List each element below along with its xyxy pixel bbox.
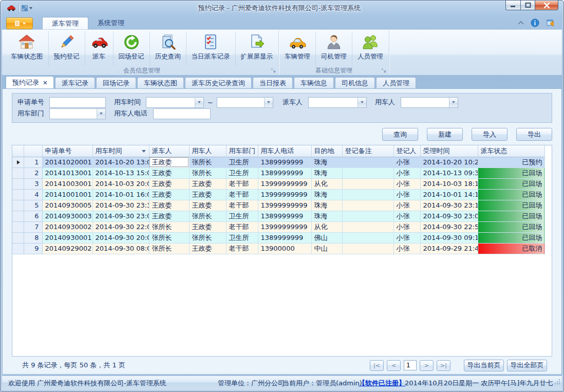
- search-combo-use-time-to[interactable]: [217, 97, 273, 108]
- grid-header-use-dept[interactable]: 用车部门: [226, 145, 258, 157]
- ribbon-button-reservation-register[interactable]: 预约登记: [48, 31, 85, 66]
- row-indicator-cell[interactable]: [12, 167, 24, 178]
- doc-tab-return-records[interactable]: 回场记录: [96, 77, 136, 88]
- doc-tab-vehicle-status-map[interactable]: 车辆状态图: [137, 77, 184, 88]
- grid-cell-registrant[interactable]: 小张: [393, 243, 420, 254]
- grid-cell-use-dept[interactable]: 卫生所: [226, 167, 258, 178]
- grid-cell-use-time[interactable]: 2014-10-01 16:00: [92, 189, 149, 200]
- grid-cell-dispatch-status[interactable]: 已回场: [478, 221, 544, 232]
- grid-cell-destination[interactable]: 珠海: [311, 200, 342, 211]
- next-page-button[interactable]: >: [420, 360, 434, 371]
- row-indicator-cell[interactable]: [12, 221, 24, 232]
- grid-cell-use-dept[interactable]: 老干部: [226, 178, 258, 189]
- grid-cell-destination[interactable]: 从化: [311, 178, 342, 189]
- grid-cell-user-phone[interactable]: 13999999999: [258, 178, 311, 189]
- grid-cell-registrant[interactable]: 小张: [393, 167, 420, 178]
- ribbon-tab-system-management[interactable]: 系统管理: [88, 17, 134, 29]
- doc-tab-dispatch-history-query[interactable]: 派车历史记录查询: [185, 77, 252, 88]
- grid-cell-user-phone[interactable]: 1389999999: [258, 157, 311, 167]
- dialog-launcher-icon[interactable]: [271, 68, 276, 73]
- search-input-user-phone[interactable]: [153, 108, 211, 119]
- grid-cell-register-note[interactable]: [342, 189, 393, 200]
- grid-cell-dispatcher[interactable]: 王政委: [149, 178, 189, 189]
- search-combo-input-use-dept[interactable]: [50, 109, 97, 119]
- grid-cell-dispatch-status[interactable]: 已预约: [478, 157, 544, 167]
- search-input-request-no[interactable]: [49, 97, 106, 108]
- grid-cell-use-time[interactable]: 2014-09-30 23:00: [92, 211, 149, 221]
- grid-cell-dispatcher[interactable]: 王政委: [149, 167, 189, 178]
- grid-header-destination[interactable]: 目的地: [311, 145, 342, 157]
- grid-cell-use-dept[interactable]: 老干部: [226, 200, 258, 211]
- grid-header-accept-time[interactable]: 受理时间: [420, 145, 478, 157]
- ribbon-button-return-register[interactable]: 回场登记: [113, 31, 149, 66]
- grid-cell-dispatch-status[interactable]: 已回场: [478, 211, 544, 221]
- close-button[interactable]: [535, 1, 558, 10]
- row-number-cell[interactable]: 3: [24, 178, 42, 189]
- row-indicator-cell[interactable]: [12, 243, 24, 254]
- resize-grip[interactable]: [554, 379, 560, 388]
- row-indicator-cell[interactable]: [12, 189, 24, 200]
- grid-cell-destination[interactable]: 珠海: [311, 211, 342, 221]
- grid-cell-use-dept[interactable]: 卫生所: [226, 157, 258, 167]
- skin-icon[interactable]: [546, 18, 555, 27]
- collapse-ribbon-icon[interactable]: [518, 21, 524, 25]
- grid-cell-user[interactable]: 张所长: [189, 167, 226, 178]
- grid-cell-accept-time[interactable]: 2014-09-30 23:05: [420, 211, 478, 221]
- grid-cell-registrant[interactable]: 小张: [393, 200, 420, 211]
- grid-cell-dispatch-status[interactable]: 已回场: [478, 167, 544, 178]
- grid-cell-register-note[interactable]: [342, 178, 393, 189]
- ribbon-button-history-query[interactable]: 历史查询: [149, 31, 186, 66]
- grid-cell-user[interactable]: 王政委: [189, 189, 226, 200]
- row-number-cell[interactable]: 1: [24, 157, 42, 167]
- grid-cell-registrant[interactable]: 小张: [393, 221, 420, 232]
- combo-dropdown-button[interactable]: [264, 98, 273, 107]
- maximize-button[interactable]: [521, 1, 535, 10]
- prev-page-button[interactable]: <: [387, 360, 401, 371]
- grid-cell-dispatch-status[interactable]: 已回场: [478, 232, 544, 243]
- grid-cell-user-phone[interactable]: 1389999999: [258, 232, 311, 243]
- grid-cell-use-dept[interactable]: 老干部: [226, 189, 258, 200]
- grid-cell-dispatch-status[interactable]: 已回场: [478, 189, 544, 200]
- grid-cell-request-no[interactable]: 20141020001: [42, 157, 92, 167]
- grid-cell-use-dept[interactable]: 卫生所: [226, 232, 258, 243]
- search-combo-use-time-from[interactable]: [146, 97, 204, 108]
- grid-cell-request-no[interactable]: 20141003001: [42, 178, 92, 189]
- export-all-pages-button[interactable]: 导出全部页: [507, 360, 547, 371]
- grid-cell-registrant[interactable]: 小张: [393, 157, 420, 167]
- grid-cell-user[interactable]: 张所长: [189, 232, 226, 243]
- ribbon-button-today-dispatch-records[interactable]: 当日派车记录: [186, 31, 235, 66]
- ribbon-button-extended-screen[interactable]: 扩展屏显示: [235, 31, 278, 66]
- grid-header-request-no[interactable]: 申请单号: [42, 145, 92, 157]
- grid-header-user-phone[interactable]: 用车人电话: [258, 145, 311, 157]
- grid-cell-registrant[interactable]: 小张: [393, 211, 420, 221]
- grid-cell-dispatch-status[interactable]: 已回场: [478, 200, 544, 211]
- grid-cell-user-phone[interactable]: 1389999999: [258, 211, 311, 221]
- search-combo-input-dispatcher[interactable]: [309, 98, 358, 107]
- grid-cell-destination[interactable]: 佛山: [311, 232, 342, 243]
- grid-cell-dispatcher[interactable]: 王政委: [149, 189, 189, 200]
- row-indicator-cell[interactable]: [12, 232, 24, 243]
- search-combo-input-use-time-from[interactable]: [146, 98, 195, 107]
- import-button[interactable]: 导入: [472, 128, 507, 141]
- doc-tab-personnel-management[interactable]: 人员管理: [376, 77, 416, 88]
- grid-cell-register-note[interactable]: [342, 221, 393, 232]
- grid-cell-user-phone[interactable]: 13900000: [258, 243, 311, 254]
- grid-header-registrant[interactable]: 登记人: [393, 145, 420, 157]
- grid-header-dispatcher[interactable]: 派车人: [149, 145, 189, 157]
- grid-cell-user-phone[interactable]: 13999999999: [258, 221, 311, 232]
- grid-cell-dispatcher[interactable]: 王政委: [149, 211, 189, 221]
- grid-cell-request-no[interactable]: 20140930003: [42, 211, 92, 221]
- grid-cell-accept-time[interactable]: 2014-09-30 23:14: [420, 200, 478, 211]
- search-combo-user[interactable]: [401, 97, 458, 108]
- grid-cell-destination[interactable]: 珠海: [311, 167, 342, 178]
- grid-cell-register-note[interactable]: [342, 232, 393, 243]
- row-number-cell[interactable]: 7: [24, 221, 42, 232]
- grid-cell-accept-time[interactable]: 2014-09-30 09:17: [420, 232, 478, 243]
- doc-tab-dispatch-records[interactable]: 派车记录: [55, 77, 95, 88]
- search-combo-use-dept[interactable]: [49, 108, 106, 119]
- grid-cell-use-time[interactable]: 2014-09-30 23:30: [92, 200, 149, 211]
- grid-cell-request-no[interactable]: 20140930002: [42, 221, 92, 232]
- grid-cell-register-note[interactable]: [342, 167, 393, 178]
- grid-header-dispatch-status[interactable]: 派车状态: [478, 145, 544, 157]
- doc-tab-daily-report[interactable]: 当日报表: [253, 77, 293, 88]
